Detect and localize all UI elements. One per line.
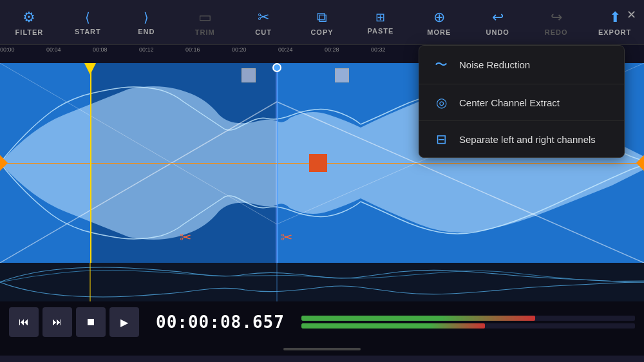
redo-label: REDO	[545, 28, 568, 36]
ruler-mark-2: 00:08	[93, 45, 108, 63]
undo-icon: ↩	[492, 9, 504, 26]
end-icon: ⟩	[144, 10, 149, 25]
center-channel-icon: ◎	[432, 95, 450, 110]
separate-channels-icon: ⊟	[432, 131, 450, 147]
level-meter-right	[301, 323, 635, 329]
scissors-right: ✂	[281, 229, 292, 246]
filter-button[interactable]: ⚙ FILTER	[10, 9, 48, 36]
level-meter-left-fill	[301, 316, 535, 321]
copy-button[interactable]: ⧉ COPY	[303, 9, 341, 36]
cut-button[interactable]: ✂ CUT	[244, 9, 283, 36]
ruler-mark-1: 00:04	[46, 45, 61, 63]
position-marker[interactable]	[272, 63, 281, 72]
trim-marker-left[interactable]	[242, 68, 256, 82]
level-meter-right-fill	[301, 323, 485, 329]
time-display: 00:00:08.657	[156, 312, 285, 332]
separate-channels-item[interactable]: ⊟ Separate left and right channels	[419, 121, 624, 157]
undo-label: UNDO	[486, 28, 509, 36]
separate-channels-label: Separate left and right channels	[459, 134, 596, 145]
copy-label: COPY	[310, 28, 333, 36]
noise-reduction-icon: 〜	[432, 56, 450, 73]
scissors-left: ✂	[180, 229, 191, 246]
trim-icon: ▭	[198, 9, 212, 26]
filter-icon: ⚙	[23, 9, 35, 26]
more-label: MORE	[427, 28, 451, 36]
start-label: START	[75, 28, 101, 35]
level-meter-left	[301, 316, 635, 321]
paste-label: PASTE	[367, 27, 393, 35]
orange-marker[interactable]	[309, 154, 327, 172]
svg-rect-4	[0, 263, 644, 301]
close-button[interactable]: ✕	[627, 8, 636, 22]
ruler-mark-7: 00:28	[325, 45, 339, 63]
ruler-mark-3: 00:12	[139, 45, 154, 63]
export-label: EXPORT	[598, 28, 631, 36]
cut-label: CUT	[255, 28, 272, 36]
playhead-line	[90, 63, 91, 263]
stop-button[interactable]: ⏹	[76, 307, 106, 337]
center-channel-item[interactable]: ◎ Center Channel Extract	[419, 84, 624, 121]
ruler-mark-0: 00:00	[0, 45, 15, 63]
noise-reduction-label: Noise Reduction	[459, 59, 530, 70]
ruler-mark-4: 00:16	[185, 45, 200, 63]
ruler-mark-8: 00:32	[371, 45, 386, 63]
ruler-mark-5: 00:20	[232, 45, 247, 63]
toolbar: ⚙ FILTER ⟨ START ⟩ END ▭ TRIM ✂ CUT ⧉ CO…	[0, 0, 644, 45]
dropdown-menu: 〜 Noise Reduction ◎ Center Channel Extra…	[419, 45, 625, 158]
noise-reduction-item[interactable]: 〜 Noise Reduction	[419, 46, 624, 84]
center-channel-label: Center Channel Extract	[459, 97, 560, 108]
filter-label: FILTER	[15, 28, 44, 36]
end-label: END	[138, 28, 155, 35]
more-icon: ⊕	[433, 9, 445, 26]
undo-button[interactable]: ↩ UNDO	[478, 9, 517, 36]
redo-button[interactable]: ↪ REDO	[537, 9, 576, 36]
start-button[interactable]: ⟨ START	[68, 10, 107, 35]
rewind-button[interactable]: ⏮	[9, 307, 39, 337]
trim-label: TRIM	[195, 28, 215, 36]
position-marker-line	[277, 63, 278, 263]
redo-icon: ↪	[551, 9, 562, 26]
level-meters	[301, 316, 635, 329]
paste-button[interactable]: ⊞ PASTE	[361, 10, 400, 35]
fast-forward-button[interactable]: ⏭	[43, 307, 72, 337]
trim-button[interactable]: ▭ TRIM	[185, 9, 224, 36]
play-button[interactable]: ▶	[109, 307, 139, 337]
end-button[interactable]: ⟩ END	[127, 10, 166, 35]
export-icon: ⬆	[609, 9, 621, 26]
more-button[interactable]: ⊕ MORE	[420, 9, 459, 36]
home-bar	[283, 348, 361, 350]
start-icon: ⟨	[85, 10, 90, 25]
cut-icon: ✂	[258, 9, 269, 26]
copy-icon: ⧉	[317, 9, 327, 26]
ruler-mark-6: 00:24	[278, 45, 293, 63]
mini-waveform-svg	[0, 263, 644, 301]
transport-bar: ⏮ ⏭ ⏹ ▶ 00:00:08.657	[0, 301, 644, 343]
mini-waveform[interactable]	[0, 263, 644, 301]
trim-marker-right[interactable]	[335, 68, 349, 82]
paste-icon: ⊞	[375, 10, 385, 24]
home-indicator	[0, 343, 644, 356]
